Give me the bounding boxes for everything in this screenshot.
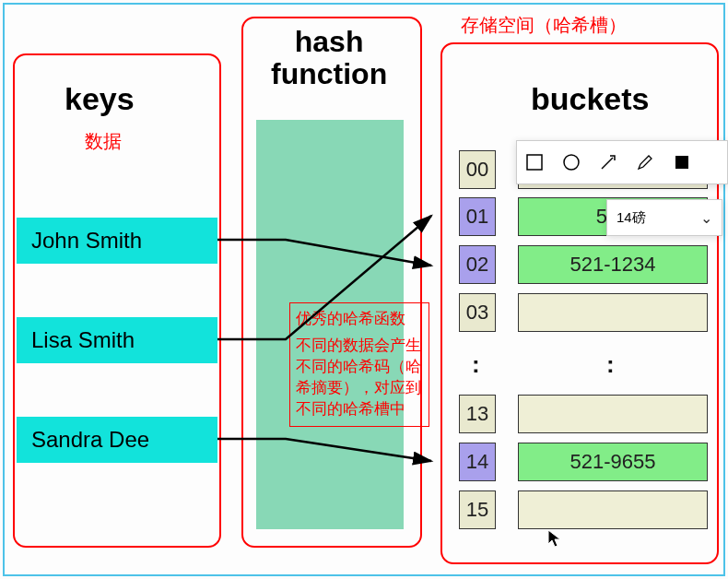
bucket-value: 521-9655 bbox=[518, 443, 708, 481]
bucket-index: 15 bbox=[459, 490, 496, 529]
svg-point-1 bbox=[564, 155, 579, 170]
annotation-body: 不同的数据会产生不同的哈希码（哈希摘要），对应到不同的哈希槽中 bbox=[296, 337, 421, 418]
bucket-index: 02 bbox=[459, 245, 496, 284]
bucket-index: 13 bbox=[459, 395, 496, 433]
font-size-select[interactable]: 14磅 ⌄ bbox=[606, 199, 722, 236]
bucket-value: 521-1234 bbox=[518, 245, 708, 284]
key-item: John Smith bbox=[17, 218, 217, 264]
bucket-index: 03 bbox=[459, 293, 496, 332]
svg-line-2 bbox=[602, 158, 613, 169]
font-size-value: 14磅 bbox=[616, 209, 646, 227]
fill-icon[interactable] bbox=[672, 152, 692, 172]
ellipsis: : bbox=[606, 350, 615, 379]
keys-group-box bbox=[13, 53, 221, 548]
keys-heading: keys bbox=[65, 81, 135, 117]
ellipsis: : bbox=[472, 350, 480, 379]
buckets-heading: buckets bbox=[531, 81, 650, 117]
svg-rect-3 bbox=[675, 156, 688, 169]
arrow-icon[interactable] bbox=[598, 152, 618, 172]
hashfunc-heading: hash function bbox=[271, 26, 387, 90]
chevron-down-icon: ⌄ bbox=[700, 209, 712, 227]
square-icon[interactable] bbox=[524, 152, 545, 172]
bucket-value bbox=[518, 490, 708, 529]
annotation-title: 优秀的哈希函数 bbox=[296, 309, 423, 330]
key-item: Lisa Smith bbox=[17, 317, 217, 363]
key-item: Sandra Dee bbox=[17, 417, 217, 463]
mouse-cursor-icon bbox=[547, 529, 562, 549]
bucket-index: 01 bbox=[459, 197, 496, 236]
svg-rect-0 bbox=[527, 155, 542, 170]
circle-icon[interactable] bbox=[561, 152, 581, 172]
storage-label: 存储空间（哈希槽） bbox=[461, 13, 627, 38]
annotation-box: 优秀的哈希函数 不同的数据会产生不同的哈希码（哈希摘要），对应到不同的哈希槽中 bbox=[289, 302, 429, 427]
bucket-value bbox=[518, 293, 708, 332]
pencil-icon[interactable] bbox=[635, 152, 655, 172]
bucket-index: 14 bbox=[459, 443, 496, 481]
drawing-toolbar[interactable] bbox=[516, 140, 728, 184]
bucket-value bbox=[518, 395, 708, 433]
bucket-index: 00 bbox=[459, 150, 496, 189]
data-label: 数据 bbox=[85, 129, 122, 154]
